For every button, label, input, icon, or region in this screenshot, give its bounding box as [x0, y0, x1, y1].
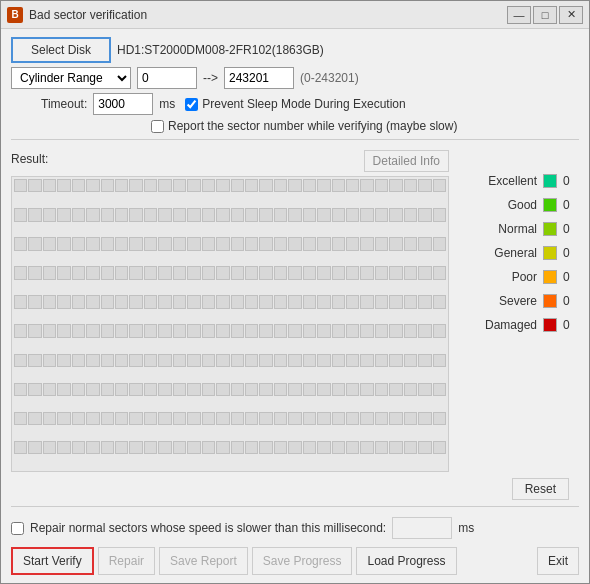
close-button[interactable]: ✕ [559, 6, 583, 24]
grid-cell [28, 237, 41, 250]
grid-cell [288, 324, 301, 337]
grid-cell [86, 412, 99, 425]
grid-cell [259, 354, 272, 367]
grid-cell [375, 179, 388, 192]
grid-cell [259, 295, 272, 308]
grid-cell [433, 412, 446, 425]
prevent-sleep-checkbox[interactable] [185, 98, 198, 111]
grid-cell [288, 412, 301, 425]
grid-cell [216, 295, 229, 308]
load-progress-button[interactable]: Load Progress [356, 547, 456, 575]
grid-cell [202, 354, 215, 367]
grid-cell [86, 354, 99, 367]
grid-cell [404, 412, 417, 425]
grid-cell [86, 324, 99, 337]
grid-cell [259, 237, 272, 250]
content-area: Select Disk HD1:ST2000DM008-2FR102(1863G… [1, 29, 589, 583]
grid-cell [115, 208, 128, 221]
grid-cell [360, 412, 373, 425]
grid-cell [158, 383, 171, 396]
grid-cell [418, 237, 431, 250]
grid-cell [129, 295, 142, 308]
grid-cell [418, 441, 431, 454]
timeout-row: Timeout: ms Prevent Sleep Mode During Ex… [11, 93, 579, 115]
repair-ms-input[interactable] [392, 517, 452, 539]
grid-cell [346, 266, 359, 279]
grid-cell [129, 324, 142, 337]
grid-cell [57, 266, 70, 279]
grid-cell [245, 324, 258, 337]
grid-cell [404, 383, 417, 396]
grid-cell [433, 324, 446, 337]
grid-cell [14, 237, 27, 250]
grid-cell [389, 441, 402, 454]
grid-cell [86, 441, 99, 454]
grid-cell [360, 237, 373, 250]
grid-cell [274, 441, 287, 454]
timeout-label: Timeout: [11, 97, 87, 111]
grid-cell [231, 208, 244, 221]
grid-cell [144, 237, 157, 250]
grid-cell [274, 208, 287, 221]
reset-button-row: Reset [11, 478, 579, 500]
grid-cell [274, 324, 287, 337]
reset-button[interactable]: Reset [512, 478, 569, 500]
save-report-button[interactable]: Save Report [159, 547, 248, 575]
repair-checkbox[interactable] [11, 522, 24, 535]
save-progress-button[interactable]: Save Progress [252, 547, 353, 575]
minimize-button[interactable]: — [507, 6, 531, 24]
grid-cell [303, 237, 316, 250]
grid-cell [43, 208, 56, 221]
start-verify-button[interactable]: Start Verify [11, 547, 94, 575]
grid-cell [346, 441, 359, 454]
grid-cell [375, 237, 388, 250]
stat-color-box [543, 318, 557, 332]
select-disk-button[interactable]: Select Disk [11, 37, 111, 63]
grid-cell [101, 324, 114, 337]
prevent-sleep-label: Prevent Sleep Mode During Execution [202, 97, 405, 111]
grid-cell [317, 295, 330, 308]
grid-cell [202, 237, 215, 250]
grid-cell [433, 441, 446, 454]
result-label: Result: [11, 152, 48, 166]
grid-cell [303, 179, 316, 192]
maximize-button[interactable]: □ [533, 6, 557, 24]
grid-cell [57, 295, 70, 308]
range-from-input[interactable] [137, 67, 197, 89]
grid-cell [202, 412, 215, 425]
range-dropdown[interactable]: Cylinder Range [11, 67, 131, 89]
grid-cell [28, 266, 41, 279]
grid-cell [14, 383, 27, 396]
grid-cell [332, 179, 345, 192]
grid-cell [72, 412, 85, 425]
grid-cell [418, 295, 431, 308]
grid-cell [158, 354, 171, 367]
grid-cell [115, 295, 128, 308]
grid-cell [389, 412, 402, 425]
exit-button[interactable]: Exit [537, 547, 579, 575]
grid-cell [158, 295, 171, 308]
grid-cell [433, 237, 446, 250]
grid-cell [173, 237, 186, 250]
grid-cell [288, 266, 301, 279]
grid-cell [173, 179, 186, 192]
main-window: B Bad sector verification — □ ✕ Select D… [0, 0, 590, 584]
grid-cell [115, 266, 128, 279]
detailed-info-button[interactable]: Detailed Info [364, 150, 449, 172]
repair-button[interactable]: Repair [98, 547, 155, 575]
timeout-input[interactable] [93, 93, 153, 115]
stat-color-box [543, 198, 557, 212]
grid-cell [187, 237, 200, 250]
grid-cell [187, 354, 200, 367]
grid-cell [57, 441, 70, 454]
report-sector-checkbox[interactable] [151, 120, 164, 133]
separator-1 [11, 139, 579, 140]
grid-cell [404, 179, 417, 192]
stat-row: Normal0 [459, 222, 579, 236]
grid-cell [332, 441, 345, 454]
grid-cell [216, 412, 229, 425]
range-to-input[interactable] [224, 67, 294, 89]
grid-cell [303, 266, 316, 279]
bottom-buttons: Start Verify Repair Save Report Save Pro… [11, 547, 579, 575]
grid-cell [14, 354, 27, 367]
